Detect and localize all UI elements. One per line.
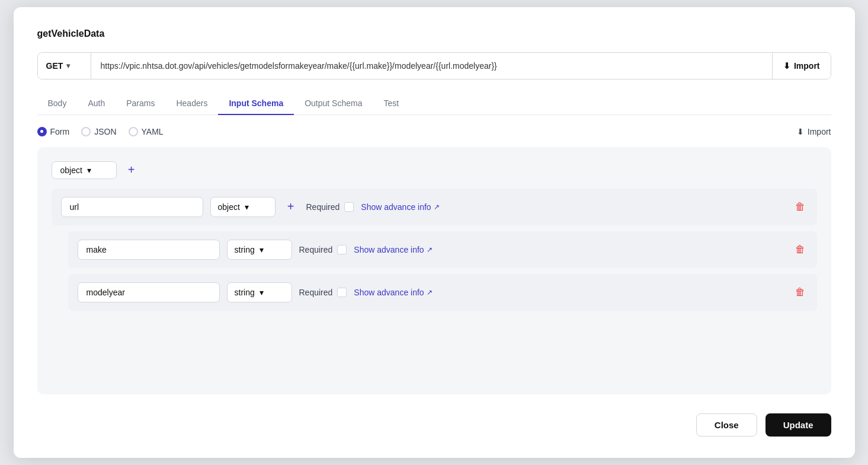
modal-title: getVehicleData: [37, 28, 831, 39]
field-add-button-url[interactable]: +: [283, 199, 299, 215]
chevron-down-icon: ▾: [66, 62, 70, 70]
tabs: Body Auth Params Headers Input Schema Ou…: [37, 93, 831, 115]
show-advance-label-url: Show advance info: [361, 202, 431, 212]
update-button[interactable]: Update: [765, 413, 831, 437]
tab-params[interactable]: Params: [116, 93, 165, 115]
import-url-label: Import: [794, 61, 820, 71]
external-link-icon-url: ↗: [434, 203, 440, 211]
field-row-modelyear: string ▾ Required Show advance info ↗ 🗑: [68, 274, 817, 311]
required-checkbox-url[interactable]: [344, 202, 354, 212]
required-checkbox-modelyear[interactable]: [337, 288, 347, 297]
required-checkbox-make[interactable]: [337, 245, 347, 254]
chevron-down-icon: ▾: [87, 165, 91, 175]
format-form[interactable]: Form: [37, 127, 70, 136]
tab-auth[interactable]: Auth: [77, 93, 116, 115]
modal-footer: Close Update: [37, 413, 831, 437]
show-advance-label-make: Show advance info: [354, 245, 424, 254]
field-name-input-make[interactable]: [78, 240, 220, 260]
radio-json[interactable]: [81, 127, 91, 136]
field-name-input-modelyear[interactable]: [78, 282, 220, 302]
show-advance-link-url[interactable]: Show advance info ↗: [361, 202, 439, 212]
required-text-url: Required: [306, 202, 340, 212]
show-advance-label-modelyear: Show advance info: [354, 288, 424, 297]
format-json[interactable]: JSON: [81, 127, 116, 136]
root-type-select[interactable]: object ▾: [52, 161, 117, 179]
field-type-select-modelyear[interactable]: string ▾: [227, 282, 292, 302]
format-options: Form JSON YAML: [37, 127, 164, 136]
delete-field-button-url[interactable]: 🗑: [793, 199, 808, 215]
method-select[interactable]: GET ▾: [38, 53, 91, 79]
root-add-field-button[interactable]: +: [123, 161, 140, 179]
field-type-label-url: object: [218, 202, 240, 212]
root-type-row: object ▾ +: [52, 161, 817, 179]
method-label: GET: [46, 61, 63, 71]
field-row-make: string ▾ Required Show advance info ↗ 🗑: [68, 231, 817, 268]
schema-format-row: Form JSON YAML ⬇ Import: [37, 127, 831, 136]
external-link-icon-modelyear: ↗: [427, 288, 433, 297]
radio-form[interactable]: [37, 127, 47, 136]
show-advance-link-modelyear[interactable]: Show advance info ↗: [354, 288, 432, 297]
format-json-label: JSON: [94, 127, 116, 136]
schema-box: object ▾ + object ▾ + Required Show adva…: [37, 147, 831, 395]
import-url-button[interactable]: ⬇ Import: [772, 53, 831, 79]
url-input[interactable]: [91, 53, 772, 79]
field-name-input-url[interactable]: [61, 197, 203, 217]
indent-fields: string ▾ Required Show advance info ↗ 🗑 …: [68, 231, 817, 311]
format-yaml-label: YAML: [142, 127, 164, 136]
required-label-modelyear: Required: [299, 288, 347, 297]
root-type-label: object: [60, 165, 82, 175]
download-schema-icon: ⬇: [797, 127, 804, 136]
url-bar: GET ▾ ⬇ Import: [37, 52, 831, 79]
tab-output-schema[interactable]: Output Schema: [294, 93, 373, 115]
import-schema-button[interactable]: ⬇ Import: [797, 127, 831, 136]
download-icon: ⬇: [783, 61, 790, 71]
modal: getVehicleData GET ▾ ⬇ Import Body Auth …: [14, 7, 855, 458]
import-schema-label: Import: [808, 127, 831, 136]
format-yaml[interactable]: YAML: [129, 127, 164, 136]
show-advance-link-make[interactable]: Show advance info ↗: [354, 245, 432, 254]
radio-yaml[interactable]: [129, 127, 138, 136]
format-form-label: Form: [50, 127, 70, 136]
chevron-down-icon: ▾: [245, 202, 249, 212]
chevron-down-icon: ▾: [260, 288, 264, 297]
field-type-select-url[interactable]: object ▾: [210, 197, 276, 217]
tab-test[interactable]: Test: [373, 93, 409, 115]
field-type-label-make: string: [235, 245, 255, 254]
tab-body[interactable]: Body: [37, 93, 78, 115]
close-button[interactable]: Close: [696, 413, 757, 437]
tab-headers[interactable]: Headers: [165, 93, 218, 115]
required-label-make: Required: [299, 245, 347, 254]
external-link-icon-make: ↗: [427, 246, 433, 254]
field-type-label-modelyear: string: [235, 288, 255, 297]
tab-input-schema[interactable]: Input Schema: [218, 93, 294, 115]
required-text-make: Required: [299, 245, 333, 254]
chevron-down-icon: ▾: [260, 245, 264, 254]
field-type-select-make[interactable]: string ▾: [227, 240, 292, 260]
delete-field-button-make[interactable]: 🗑: [793, 241, 808, 258]
delete-field-button-modelyear[interactable]: 🗑: [793, 284, 808, 301]
required-text-modelyear: Required: [299, 288, 333, 297]
field-row-url: object ▾ + Required Show advance info ↗ …: [52, 189, 817, 225]
required-label-url: Required: [306, 202, 354, 212]
